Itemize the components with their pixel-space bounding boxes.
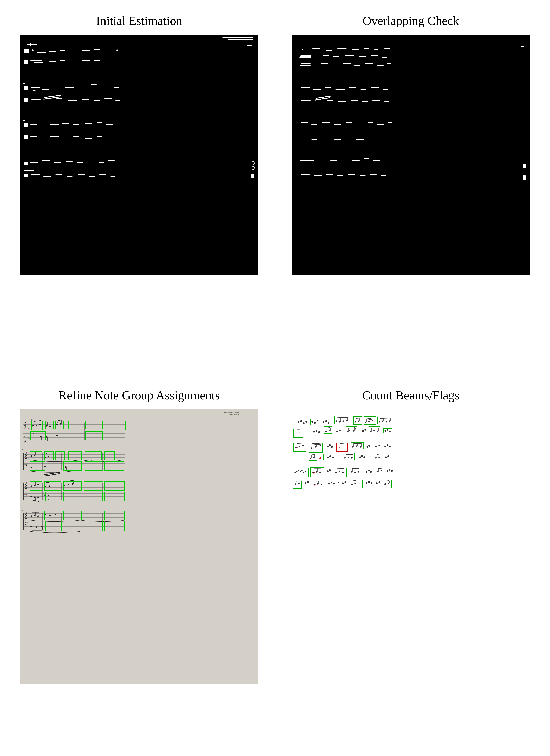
svg-text:⁚: ⁚ — [369, 455, 369, 458]
music-mark — [385, 101, 389, 102]
svg-text:⁚: ⁚ — [302, 455, 303, 458]
green-box-group — [44, 481, 61, 491]
music-mark — [345, 55, 355, 56]
svg-point-398 — [387, 470, 388, 472]
music-mark — [523, 164, 526, 168]
music-mark — [332, 65, 337, 65]
music-mark — [73, 136, 79, 137]
music-mark — [24, 86, 28, 90]
green-box-group — [82, 521, 103, 531]
image-container-initial — [14, 35, 265, 368]
svg-point-190 — [306, 421, 307, 423]
svg-text:9: 9 — [22, 449, 23, 451]
music-mark — [373, 160, 380, 161]
music-mark — [352, 49, 359, 50]
music-mark — [94, 60, 100, 61]
music-mark — [49, 51, 56, 52]
svg-line-289 — [312, 444, 321, 445]
green-box-group — [84, 492, 103, 501]
music-mark — [337, 175, 343, 176]
music-mark — [23, 159, 25, 159]
music-mark — [365, 63, 373, 64]
svg-point-365 — [316, 471, 318, 473]
quadrant-initial-estimation: Initial Estimation — [14, 14, 265, 368]
music-mark — [97, 122, 102, 123]
svg-text:⁚: ⁚ — [391, 456, 392, 458]
music-mark — [334, 139, 341, 140]
music-mark — [30, 162, 38, 163]
green-box-group — [63, 511, 82, 520]
svg-line-231 — [380, 418, 391, 418]
music-mark — [104, 48, 109, 48]
svg-point-386 — [357, 471, 359, 473]
svg-point-422 — [342, 482, 344, 484]
svg-text:4: 4 — [28, 425, 30, 427]
music-mark — [96, 91, 100, 91]
music-mark — [50, 124, 59, 125]
svg-point-302 — [356, 445, 358, 447]
svg-point-434 — [379, 481, 380, 483]
svg-point-290 — [327, 446, 329, 447]
svg-point-347 — [378, 456, 380, 458]
music-mark — [301, 87, 310, 88]
music-mark — [352, 160, 360, 161]
music-mark — [302, 49, 304, 50]
green-box-group — [104, 481, 125, 491]
music-mark — [77, 162, 83, 163]
svg-text:cantabile: cantabile — [24, 521, 30, 523]
music-mark — [73, 124, 79, 125]
music-mark — [24, 49, 29, 53]
svg-text:15: 15 — [22, 479, 24, 481]
music-mark — [355, 65, 361, 66]
svg-point-317 — [389, 446, 391, 447]
green-box-group — [44, 511, 60, 520]
music-mark — [227, 39, 253, 40]
svg-point-204 — [346, 420, 348, 421]
music-mark — [41, 123, 47, 123]
svg-point-253 — [347, 431, 349, 432]
green-box-group — [68, 451, 82, 460]
svg-point-404 — [298, 482, 300, 484]
music-mark — [70, 62, 74, 62]
music-mark — [60, 50, 65, 51]
svg-point-262 — [373, 430, 375, 431]
music-mark — [65, 87, 74, 88]
svg-line-324 — [312, 454, 315, 455]
svg-point-322 — [313, 457, 315, 458]
music-mark — [337, 48, 347, 49]
svg-line-288 — [312, 443, 321, 444]
music-mark — [326, 174, 333, 175]
svg-point-197 — [328, 422, 330, 424]
music-mark — [24, 135, 28, 139]
svg-text:⁚: ⁚ — [337, 455, 338, 458]
music-mark — [373, 100, 380, 101]
svg-point-432 — [371, 482, 373, 484]
green-box-group — [104, 451, 115, 460]
green-box-group — [45, 421, 54, 429]
green-box-group — [63, 492, 81, 501]
music-mark — [312, 124, 318, 125]
svg-point-418 — [328, 483, 330, 485]
music-mark — [359, 56, 367, 57]
music-mark — [33, 90, 36, 91]
svg-point-259 — [364, 429, 366, 431]
music-mark — [49, 61, 56, 62]
music-mark — [521, 46, 524, 47]
music-mark — [301, 174, 310, 175]
svg-point-412 — [317, 483, 319, 485]
music-mark — [321, 63, 328, 64]
music-mark — [30, 43, 31, 46]
music-mark — [371, 87, 379, 88]
svg-point-292 — [331, 446, 333, 448]
green-box-group — [85, 451, 102, 460]
overlapping-check-image — [292, 35, 530, 275]
music-mark — [68, 48, 78, 48]
svg-point-407 — [305, 482, 306, 484]
green-box-group — [55, 421, 64, 429]
green-box-group — [104, 492, 125, 501]
music-mark — [30, 136, 37, 137]
main-container: Initial Estimation — [0, 0, 550, 756]
music-mark — [368, 122, 373, 123]
green-box-group — [45, 521, 60, 531]
music-mark — [27, 44, 37, 45]
